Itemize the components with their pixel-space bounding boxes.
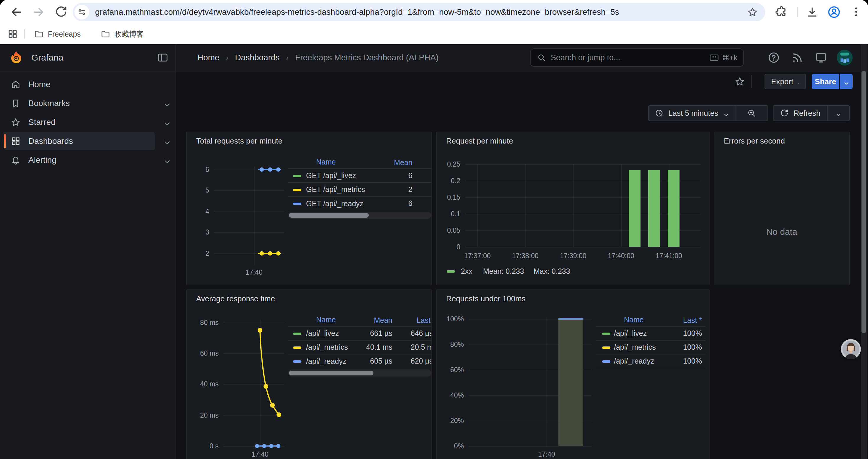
actions-divider bbox=[751, 75, 752, 88]
bar-2xx[interactable] bbox=[629, 170, 641, 247]
legend-header-mean[interactable]: Mean bbox=[374, 316, 392, 325]
dashboards-grid-icon bbox=[11, 136, 21, 146]
grafana-app: Grafana Home › Dashboards › Freeleaps Me… bbox=[0, 44, 868, 459]
legend-header-name[interactable]: Name bbox=[316, 158, 336, 166]
bar-2xx[interactable] bbox=[648, 170, 660, 247]
bookmark-star-icon[interactable] bbox=[747, 6, 758, 18]
legend-row[interactable]: /api/_readyz 605 µs 620 µs bbox=[288, 355, 432, 368]
bar-2xx[interactable] bbox=[668, 170, 680, 247]
brand-label[interactable]: Grafana bbox=[31, 53, 63, 63]
legend-header-name[interactable]: Name bbox=[316, 316, 336, 324]
url-bar[interactable]: grafana.mathmast.com/d/deytv4rwavabkb/fr… bbox=[73, 3, 765, 21]
series-name[interactable]: /api/_livez bbox=[306, 329, 339, 338]
legend-header: Name Last * bbox=[596, 314, 706, 327]
series-color-pill bbox=[293, 203, 301, 205]
page-scrollbar[interactable] bbox=[861, 44, 867, 459]
bookmark-folder-freeleaps[interactable]: Freeleaps bbox=[34, 29, 81, 39]
legend-header-last[interactable]: Last * bbox=[683, 316, 702, 325]
series-name[interactable]: 2xx bbox=[461, 267, 472, 275]
legend-row[interactable]: GET /api/_readyz 6 bbox=[288, 197, 431, 210]
refresh-icon[interactable] bbox=[780, 109, 789, 118]
grafana-logo-icon[interactable] bbox=[9, 50, 24, 65]
panel-request-per-minute[interactable]: Request per minute 0.25 0.2 0.15 0.1 0.0… bbox=[436, 132, 710, 285]
share-dropdown-button[interactable] bbox=[840, 74, 852, 89]
assistant-avatar[interactable] bbox=[841, 339, 861, 359]
sidebar-item-bookmarks[interactable]: Bookmarks bbox=[4, 95, 155, 112]
sidebar-item-dashboards[interactable]: Dashboards bbox=[4, 132, 155, 150]
chevron-down-icon[interactable] bbox=[164, 157, 171, 164]
series-name[interactable]: /api/_livez bbox=[614, 329, 647, 338]
series-name[interactable]: GET /api/_livez bbox=[306, 171, 356, 180]
y-tick: 0 bbox=[440, 243, 460, 251]
help-icon[interactable] bbox=[768, 52, 780, 64]
legend-header-last[interactable]: Last * bbox=[416, 316, 432, 325]
chevron-down-icon[interactable] bbox=[164, 138, 171, 145]
legend-row[interactable]: /api/_readyz 100% bbox=[596, 355, 706, 368]
series-mean: 605 µs bbox=[370, 357, 392, 365]
favorite-star-icon[interactable] bbox=[735, 76, 745, 87]
series-name[interactable]: /api/_metrics bbox=[306, 343, 348, 352]
profile-icon[interactable] bbox=[827, 5, 841, 19]
download-icon[interactable] bbox=[806, 6, 818, 18]
user-avatar[interactable] bbox=[837, 50, 852, 66]
extensions-icon[interactable] bbox=[775, 6, 788, 18]
legend-scrollbar[interactable] bbox=[288, 212, 431, 219]
legend-row[interactable]: /api/_metrics 100% bbox=[596, 340, 706, 355]
panel-average-response-time[interactable]: Average response time 80 ms 60 ms 40 ms … bbox=[186, 290, 432, 459]
back-icon[interactable] bbox=[9, 5, 23, 19]
legend-row[interactable]: /api/_livez 100% bbox=[596, 327, 706, 340]
bookmark-folder-label: 收藏博客 bbox=[114, 29, 144, 39]
sidebar-item-starred[interactable]: Starred bbox=[4, 113, 155, 131]
chevron-down-icon[interactable] bbox=[836, 110, 841, 116]
sidebar-item-alerting[interactable]: Alerting bbox=[4, 151, 155, 169]
bar-under-100ms[interactable] bbox=[558, 320, 583, 446]
legend-inline[interactable]: 2xx Mean: 0.233 Max: 0.233 bbox=[447, 267, 570, 275]
breadcrumb-current: Freeleaps Metrics Dashboard (ALPHA) bbox=[295, 53, 439, 62]
legend-table: Name Last * /api/_livez 100% /api/_metri… bbox=[596, 314, 706, 368]
refresh-label[interactable]: Refresh bbox=[794, 109, 820, 118]
series-name[interactable]: /api/_metrics bbox=[614, 343, 656, 352]
scrollbar-thumb[interactable] bbox=[289, 213, 369, 218]
forward-icon[interactable] bbox=[32, 5, 45, 19]
series-name[interactable]: GET /api/_metrics bbox=[306, 185, 365, 194]
news-rss-icon[interactable] bbox=[791, 52, 804, 64]
apps-grid-icon[interactable] bbox=[8, 29, 18, 39]
legend-row[interactable]: GET /api/_metrics 2 bbox=[288, 183, 431, 197]
reload-icon[interactable] bbox=[54, 5, 68, 19]
series-color-pill bbox=[293, 360, 301, 363]
gridline bbox=[465, 197, 701, 198]
url-text[interactable]: grafana.mathmast.com/d/deytv4rwavabkb/fr… bbox=[95, 7, 747, 17]
legend-row[interactable]: GET /api/_livez 6 bbox=[288, 169, 431, 183]
scrollbar-thumb[interactable] bbox=[862, 71, 866, 333]
search-input[interactable]: Search or jump to... ⌘+k bbox=[530, 48, 744, 67]
legend-scrollbar[interactable] bbox=[288, 369, 431, 376]
panel-total-requests-per-minute[interactable]: Total requests per minute 6 5 4 3 2 17:4… bbox=[186, 132, 432, 285]
panel-requests-under-100ms[interactable]: Requests under 100ms 100% 80% 60% 40% 20… bbox=[436, 290, 710, 459]
legend-row[interactable]: /api/_livez 661 µs 646 µs bbox=[288, 327, 432, 340]
monitor-icon[interactable] bbox=[815, 52, 827, 64]
chevron-down-icon[interactable] bbox=[164, 100, 171, 107]
sidebar-item-home[interactable]: Home bbox=[4, 76, 155, 93]
export-button[interactable]: Export bbox=[765, 74, 806, 89]
site-info-icon[interactable] bbox=[74, 5, 89, 20]
mega-menu-toggle-icon[interactable] bbox=[157, 52, 168, 63]
series-name[interactable]: GET /api/_readyz bbox=[306, 199, 363, 208]
series-name[interactable]: /api/_readyz bbox=[614, 357, 654, 365]
breadcrumb-dashboards[interactable]: Dashboards bbox=[235, 53, 279, 62]
legend-header-mean[interactable]: Mean bbox=[394, 158, 412, 167]
menu-dots-icon[interactable] bbox=[850, 6, 862, 18]
x-tick: 17:41:00 bbox=[651, 252, 687, 260]
series-name[interactable]: /api/_readyz bbox=[306, 357, 346, 366]
legend-row[interactable]: /api/_metrics 40.1 ms 20.5 ms bbox=[288, 340, 432, 355]
sidebar: Home Bookmarks Starred Dashboards Alerti bbox=[0, 71, 176, 459]
share-button[interactable]: Share bbox=[812, 74, 839, 89]
breadcrumb-home[interactable]: Home bbox=[197, 53, 219, 62]
chevron-down-icon[interactable] bbox=[164, 119, 171, 126]
panel-errors-per-second[interactable]: Errors per second No data bbox=[714, 132, 850, 285]
legend-header-name[interactable]: Name bbox=[624, 316, 644, 324]
bookmark-folder-blogs[interactable]: 收藏博客 bbox=[101, 29, 144, 39]
scrollbar-thumb[interactable] bbox=[289, 371, 373, 375]
time-range-label[interactable]: Last 5 minutes bbox=[668, 109, 718, 118]
zoom-out-icon[interactable] bbox=[747, 109, 756, 118]
series-mean: 2 bbox=[408, 185, 412, 194]
